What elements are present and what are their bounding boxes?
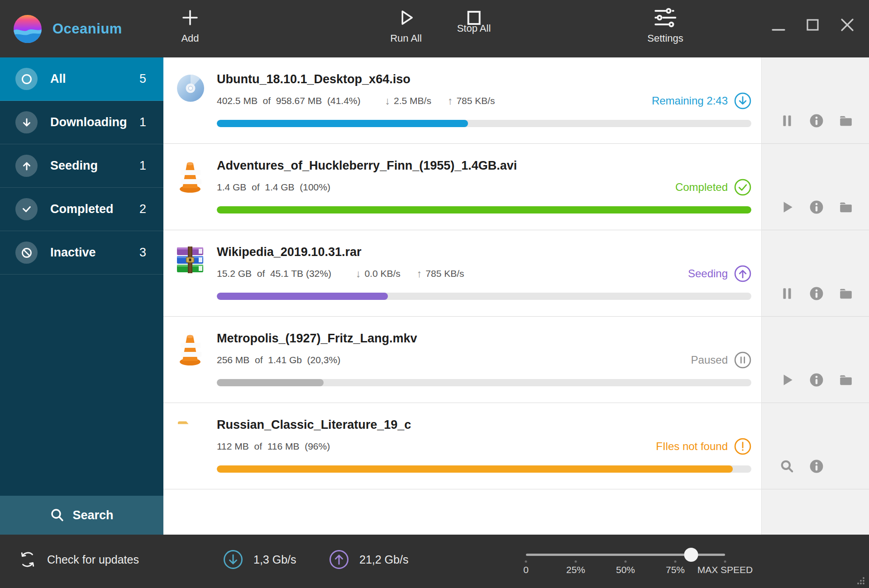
torrent-status-text: Completed [675, 181, 728, 194]
torrent-row-body: Russian_Classic_Literature_19_c 112 MB o… [217, 417, 751, 489]
info-icon[interactable] [809, 373, 824, 387]
folder-icon[interactable] [839, 286, 853, 301]
torrent-down-speed: ↓2.5 MB/s [385, 95, 431, 107]
titlebar: Oceanium Add Run All Stop All [0, 0, 869, 57]
maximize-button[interactable] [805, 17, 821, 33]
sidebar-item-count: 3 [139, 246, 146, 260]
magnifier-icon[interactable] [780, 459, 794, 474]
speed-limit-slider: 025%50%75%MAX SPEED [526, 535, 725, 588]
pause-icon[interactable] [780, 286, 794, 301]
play-outline-icon [396, 7, 415, 28]
progress-bar [217, 465, 751, 473]
info-icon[interactable] [809, 286, 824, 301]
sidebar-item-label: All [50, 72, 66, 86]
sidebar-item-icon [15, 111, 38, 133]
torrent-meta: 1.4 GB of 1.4 GB (100%) ↓ ↑ Completed [217, 179, 751, 195]
torrent-status-text: FIles not found [656, 440, 728, 453]
sidebar-item-label: Inactive [50, 246, 96, 260]
sidebar-item-label: Completed [50, 202, 114, 216]
info-icon[interactable] [809, 200, 824, 214]
pause-icon[interactable] [780, 114, 794, 128]
torrent-action-row [762, 57, 869, 144]
torrent-row[interactable]: Russian_Classic_Literature_19_c 112 MB o… [163, 403, 761, 489]
sidebar-item-completed[interactable]: Completed 2 [0, 188, 163, 231]
torrent-name: Wikipedia_2019.10.31.rar [217, 244, 751, 260]
torrent-size-text: 15.2 GB of 45.1 TB (32%) [217, 268, 331, 279]
folder-icon[interactable] [839, 200, 853, 214]
search-icon [50, 508, 64, 522]
info-icon[interactable] [809, 114, 824, 128]
torrent-status: Paused [691, 351, 751, 369]
resize-grip[interactable] [856, 576, 866, 586]
slider-knob[interactable] [684, 548, 698, 562]
sidebar-item-icon [15, 68, 38, 90]
slider-tick [724, 560, 726, 563]
torrent-row-body: Adventures_of_Huckleberry_Finn_(1955)_1.… [217, 157, 751, 230]
sidebar-item-inactive[interactable]: Inactive 3 [0, 231, 163, 275]
torrent-status: FIles not found [656, 438, 751, 455]
sidebar-item-label: Downloading [50, 115, 127, 129]
torrent-row[interactable]: Ubuntu_18.10.1_Desktop_x64.iso 402.5 MB … [163, 57, 761, 144]
torrent-status-text: Seeding [688, 267, 728, 280]
sidebar-item-count: 1 [139, 115, 146, 129]
torrent-name: Russian_Classic_Literature_19_c [217, 417, 751, 433]
progress-fill [217, 206, 751, 213]
row-actions-column [761, 57, 869, 535]
sidebar-item-count: 1 [139, 159, 146, 173]
settings-button[interactable]: Settings [647, 7, 683, 44]
folder-icon[interactable] [839, 373, 853, 387]
sidebar-item-count: 5 [139, 72, 146, 86]
torrent-meta: 112 MB of 116 MB (96%) ↓ ↑ FIles not fou… [217, 438, 751, 455]
progress-fill [217, 379, 324, 386]
file-type-icon [176, 71, 205, 143]
file-type-icon [176, 244, 205, 316]
slider-tick [525, 560, 527, 563]
slider-tick [674, 560, 677, 563]
slider-tick [575, 560, 577, 563]
app-window: Oceanium Add Run All Stop All [0, 0, 869, 588]
sidebar-item-downloading[interactable]: Downloading 1 [0, 101, 163, 144]
progress-bar [217, 379, 751, 386]
torrent-status-icon [734, 265, 751, 282]
torrent-status-icon [734, 438, 751, 455]
file-type-icon [176, 417, 205, 489]
progress-bar [217, 206, 751, 213]
check-updates-button[interactable]: Check for updates [18, 535, 139, 584]
torrent-meta: 15.2 GB of 45.1 TB (32%) ↓0.0 KB/s ↑785 … [217, 266, 751, 282]
play-icon[interactable] [780, 200, 794, 214]
torrent-action-row [762, 144, 869, 230]
progress-fill [217, 120, 468, 127]
play-icon[interactable] [780, 373, 794, 387]
file-type-icon [176, 157, 205, 230]
run-all-button[interactable]: Run All [390, 7, 422, 44]
minimize-button[interactable] [770, 17, 787, 33]
torrent-status-icon [734, 351, 751, 369]
sidebar-item-count: 2 [139, 202, 146, 216]
torrent-row[interactable]: Wikipedia_2019.10.31.rar 15.2 GB of 45.1… [163, 230, 761, 317]
torrent-down-speed: ↓0.0 KB/s [356, 268, 401, 280]
progress-fill [217, 465, 733, 473]
refresh-icon [18, 550, 37, 569]
close-button[interactable] [839, 17, 855, 33]
search-button[interactable]: Search [0, 496, 163, 535]
slider-label: MAX SPEED [697, 564, 753, 575]
torrent-row[interactable]: Adventures_of_Huckleberry_Finn_(1955)_1.… [163, 144, 761, 230]
sidebar-item-all[interactable]: All 5 [0, 57, 163, 101]
app-logo-icon [13, 14, 43, 44]
add-button[interactable]: Add [181, 7, 199, 44]
torrent-size-text: 112 MB of 116 MB (96%) [217, 441, 330, 452]
torrent-status-text: Remaining 2:43 [652, 95, 728, 107]
torrent-row[interactable]: Metropolis_(1927)_Fritz_Lang.mkv 256 MB … [163, 317, 761, 403]
torrent-status: Seeding [688, 265, 751, 282]
stop-all-button[interactable]: Stop All [457, 7, 491, 34]
plus-icon [181, 7, 199, 28]
torrent-size-text: 256 MB of 1.41 Gb (20,3%) [217, 355, 340, 365]
sidebar-item-seeding[interactable]: Seeding 1 [0, 144, 163, 188]
sidebar-spacer [0, 275, 163, 496]
info-icon[interactable] [809, 459, 824, 474]
up-arrow-glyph: ↑ [417, 268, 422, 280]
folder-icon[interactable] [839, 114, 853, 128]
torrent-name: Metropolis_(1927)_Fritz_Lang.mkv [217, 330, 751, 346]
progress-bar [217, 293, 751, 300]
total-upload-speed: 21,2 Gb/s [329, 535, 408, 584]
